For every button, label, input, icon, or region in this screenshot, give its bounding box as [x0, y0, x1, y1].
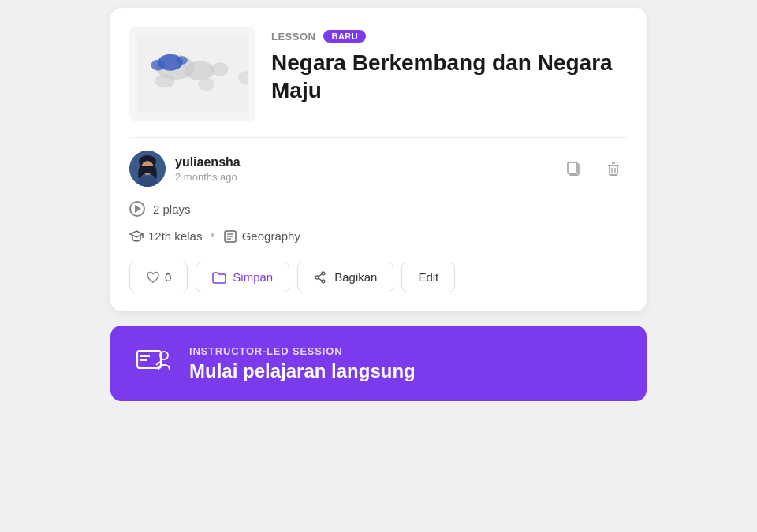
lesson-top: LESSON BARU Negara Berkembang dan Negara… [129, 27, 628, 121]
simpan-button[interactable]: Simpan [196, 262, 289, 292]
svg-rect-16 [568, 162, 577, 173]
grade-detail: 12th kelas [129, 229, 202, 243]
play-triangle [135, 205, 141, 213]
bagikan-label: Bagikan [334, 270, 377, 284]
instructor-session-label: INSTRUCTOR-LED SESSION [189, 345, 416, 357]
svg-point-6 [151, 60, 166, 71]
author-name: yuliaensha [175, 155, 241, 169]
author-row: yuliaensha 2 months ago [129, 151, 628, 187]
copy-icon [565, 160, 583, 177]
instructor-session-card[interactable]: INSTRUCTOR-LED SESSION Mulai pelajaran l… [110, 326, 647, 401]
details-row: 12th kelas • Geography [129, 228, 628, 244]
subject-detail: Geography [223, 229, 300, 243]
author-info: yuliaensha 2 months ago [129, 151, 241, 187]
lesson-thumbnail [129, 27, 255, 121]
copy-button[interactable] [560, 154, 588, 183]
action-icons [560, 154, 628, 183]
like-count: 0 [165, 270, 171, 284]
svg-rect-17 [610, 166, 617, 175]
instructor-text: INSTRUCTOR-LED SESSION Mulai pelajaran l… [189, 345, 416, 382]
grade-label: 12th kelas [148, 229, 202, 243]
lesson-title: Negara Berkembang dan Negara Maju [271, 49, 628, 104]
author-details: yuliaensha 2 months ago [175, 155, 241, 183]
share-icon [314, 271, 328, 284]
delete-button[interactable] [599, 154, 628, 183]
svg-point-3 [212, 62, 229, 76]
svg-line-27 [319, 274, 322, 277]
svg-line-33 [156, 362, 160, 365]
stats-row: 2 plays [129, 201, 628, 217]
plays-count: 2 plays [153, 203, 191, 216]
svg-line-28 [319, 278, 322, 281]
svg-point-7 [177, 56, 188, 65]
svg-point-2 [185, 61, 215, 80]
subject-label: Geography [242, 229, 300, 243]
main-container: LESSON BARU Negara Berkembang dan Negara… [110, 8, 647, 401]
badge-new: BARU [323, 30, 366, 43]
svg-point-9 [198, 78, 214, 91]
bagikan-button[interactable]: Bagikan [297, 262, 393, 292]
author-time: 2 months ago [175, 171, 241, 183]
buttons-row: 0 Simpan Bagikan [129, 262, 628, 292]
document-icon [223, 230, 237, 243]
instructor-session-icon [132, 343, 173, 384]
edit-label: Edit [418, 270, 438, 284]
graduation-icon [129, 230, 144, 243]
edit-button[interactable]: Edit [401, 262, 455, 292]
svg-point-4 [155, 74, 175, 88]
lesson-type-row: LESSON BARU [271, 30, 628, 43]
avatar [129, 151, 166, 187]
lesson-meta: LESSON BARU Negara Berkembang dan Negara… [271, 27, 628, 121]
simpan-label: Simpan [233, 270, 273, 284]
heart-icon [146, 271, 160, 284]
divider [129, 137, 628, 138]
trash-icon [605, 160, 622, 177]
folder-icon [212, 271, 226, 284]
like-button[interactable]: 0 [129, 262, 188, 292]
play-icon [129, 201, 145, 217]
lesson-card: LESSON BARU Negara Berkembang dan Negara… [110, 8, 647, 311]
instructor-session-title: Mulai pelajaran langsung [189, 360, 416, 382]
dot-separator: • [210, 228, 214, 244]
lesson-type-label: LESSON [271, 31, 315, 43]
instructor-icon [132, 343, 173, 384]
